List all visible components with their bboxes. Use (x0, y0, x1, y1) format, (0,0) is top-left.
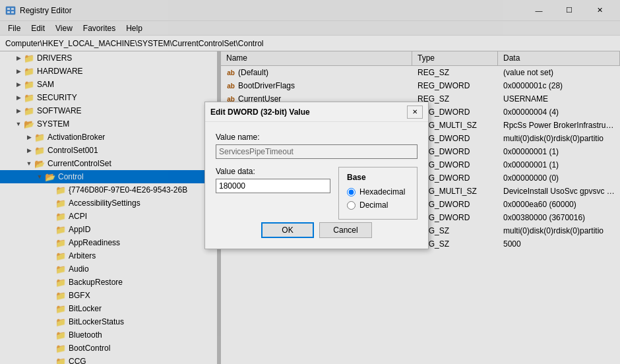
dialog-body: Value name: Value data: Base Hexadecimal… (205, 122, 428, 249)
cancel-button[interactable]: Cancel (319, 222, 372, 238)
modal-overlay: Edit DWORD (32-bit) Value ✕ Value name: … (0, 0, 620, 364)
dialog-title-bar: Edit DWORD (32-bit) Value ✕ (205, 102, 428, 122)
value-data-label: Value data: (216, 167, 330, 176)
dialog-title: Edit DWORD (32-bit) Value (210, 107, 407, 117)
radio-hexadecimal[interactable]: Hexadecimal (347, 187, 409, 197)
dec-label: Decimal (359, 200, 388, 210)
value-name-label: Value name: (216, 133, 418, 142)
hex-label: Hexadecimal (359, 187, 405, 197)
dialog-buttons: OK Cancel (216, 222, 418, 238)
dec-radio[interactable] (347, 201, 356, 210)
base-label: Base (347, 173, 409, 182)
ok-button[interactable]: OK (261, 222, 314, 238)
value-name-input[interactable] (216, 144, 418, 159)
dialog-close-button[interactable]: ✕ (407, 106, 423, 119)
radio-decimal[interactable]: Decimal (347, 200, 409, 210)
hex-radio[interactable] (347, 188, 356, 197)
edit-dword-dialog: Edit DWORD (32-bit) Value ✕ Value name: … (204, 102, 429, 249)
value-data-input[interactable] (216, 179, 330, 193)
